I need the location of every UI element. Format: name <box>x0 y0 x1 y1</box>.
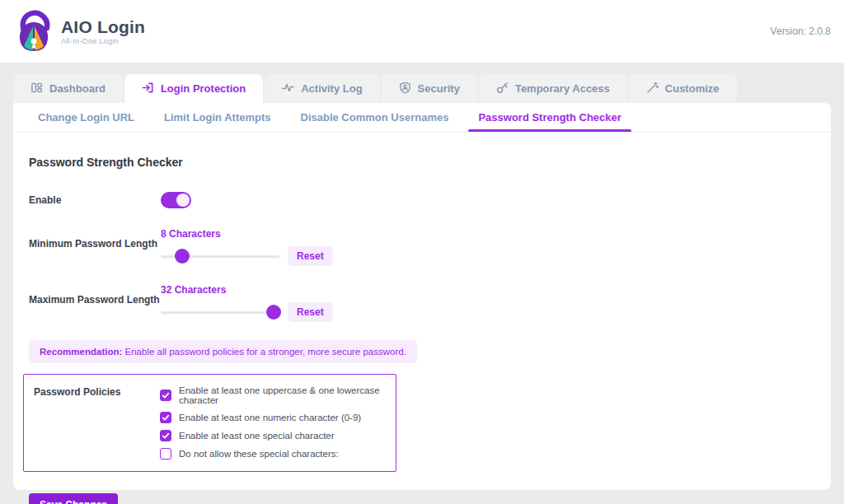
policy-label: Enable at least one numeric character (0… <box>179 413 361 422</box>
checkbox-icon[interactable] <box>160 412 171 423</box>
save-changes-button[interactable]: Save Changes <box>29 493 118 504</box>
max-reset-button[interactable]: Reset <box>288 302 333 322</box>
page-title: Password Strength Checker <box>29 156 814 169</box>
subtab-disable-common-usernames[interactable]: Disable Common Usernames <box>291 103 459 132</box>
tab-label: Security <box>418 82 460 95</box>
version-label: Version: 2.0.8 <box>771 26 831 37</box>
slider-track[interactable] <box>161 311 279 314</box>
min-length-row: Minimum Password Length 8 Characters Res… <box>29 228 814 266</box>
shield-user-icon <box>399 82 411 96</box>
min-reset-button[interactable]: Reset <box>288 246 333 266</box>
tab-temporary-access[interactable]: Temporary Access <box>479 74 627 103</box>
min-length-slider[interactable] <box>161 249 279 264</box>
tab-login-protection[interactable]: Login Protection <box>124 74 263 103</box>
tab-dashboard[interactable]: Dashboard <box>13 74 123 103</box>
tab-label: Activity Log <box>301 82 362 95</box>
subtab-label: Disable Common Usernames <box>301 111 449 124</box>
subtab-password-strength-checker[interactable]: Password Strength Checker <box>468 103 631 132</box>
tab-customize[interactable]: Customize <box>629 74 737 103</box>
tab-label: Customize <box>665 82 720 95</box>
tab-activity-log[interactable]: Activity Log <box>265 74 379 103</box>
magic-wand-icon <box>646 82 659 96</box>
policy-numeric[interactable]: Enable at least one numeric character (0… <box>160 412 396 423</box>
policy-special-character[interactable]: Enable at least one special character <box>160 430 396 441</box>
enable-label: Enable <box>29 194 161 206</box>
tab-security[interactable]: Security <box>382 74 477 103</box>
tab-label: Login Protection <box>161 82 246 95</box>
subtab-label: Limit Login Attempts <box>164 111 271 124</box>
dashboard-icon <box>30 82 43 96</box>
max-slider-thumb[interactable] <box>266 305 281 320</box>
policy-disallow-special-characters[interactable]: Do not allow these special characters: <box>160 448 396 460</box>
enable-toggle[interactable] <box>161 192 191 208</box>
password-policies-label: Password Policies <box>34 385 160 466</box>
app-header: AIO Login All-In-One Login Version: 2.0.… <box>0 0 844 63</box>
enable-row: Enable <box>29 192 814 208</box>
checkbox-icon[interactable] <box>160 448 171 460</box>
policy-label: Enable at least one uppercase & one lowe… <box>179 385 396 405</box>
main-tabbar: Dashboard Login Protection Activity Log <box>13 74 831 103</box>
min-slider-thumb[interactable] <box>175 249 190 264</box>
recommendation-text: Enable all password policies for a stron… <box>122 347 406 357</box>
policy-label: Do not allow these special characters: <box>179 449 339 459</box>
content-card: Change Login URL Limit Login Attempts Di… <box>13 103 831 490</box>
subtab-label: Change Login URL <box>38 111 134 124</box>
policy-label: Enable at least one special character <box>179 431 335 441</box>
recommendation-banner: Recommendation: Enable all password poli… <box>29 340 417 363</box>
max-length-value: 32 Characters <box>161 284 333 296</box>
tab-label: Temporary Access <box>515 82 610 95</box>
max-length-row: Maximum Password Length 32 Characters Re… <box>29 284 814 322</box>
policy-uppercase-lowercase[interactable]: Enable at least one uppercase & one lowe… <box>160 385 396 405</box>
min-length-label: Minimum Password Length <box>29 228 161 266</box>
padlock-logo-icon <box>13 8 54 54</box>
subtab-limit-login-attempts[interactable]: Limit Login Attempts <box>154 103 281 132</box>
subtab-label: Password Strength Checker <box>478 111 621 124</box>
recommendation-prefix: Recommendation: <box>40 347 122 357</box>
sub-tabbar: Change Login URL Limit Login Attempts Di… <box>13 103 831 133</box>
app-logo: AIO Login All-In-One Login <box>13 8 145 54</box>
max-length-label: Maximum Password Length <box>29 284 161 322</box>
key-icon <box>496 82 509 96</box>
toggle-knob <box>176 194 190 207</box>
check-icon <box>162 432 170 440</box>
activity-pulse-icon <box>282 82 294 96</box>
subtab-change-login-url[interactable]: Change Login URL <box>28 103 144 132</box>
password-policies-box: Password Policies Enable at least one up… <box>23 374 396 472</box>
min-length-value: 8 Characters <box>161 228 333 240</box>
settings-panel: Password Strength Checker Enable Minimum… <box>13 133 831 504</box>
checkbox-icon[interactable] <box>160 430 171 441</box>
checkbox-icon[interactable] <box>160 390 171 401</box>
tab-label: Dashboard <box>49 82 106 95</box>
policy-list: Enable at least one uppercase & one lowe… <box>160 385 396 466</box>
app-title: AIO Login <box>61 18 145 35</box>
max-length-slider[interactable] <box>161 305 279 320</box>
check-icon <box>162 391 170 399</box>
check-icon <box>162 413 170 422</box>
app-subtitle: All-In-One Login <box>61 38 145 45</box>
login-arrow-icon <box>142 82 154 96</box>
